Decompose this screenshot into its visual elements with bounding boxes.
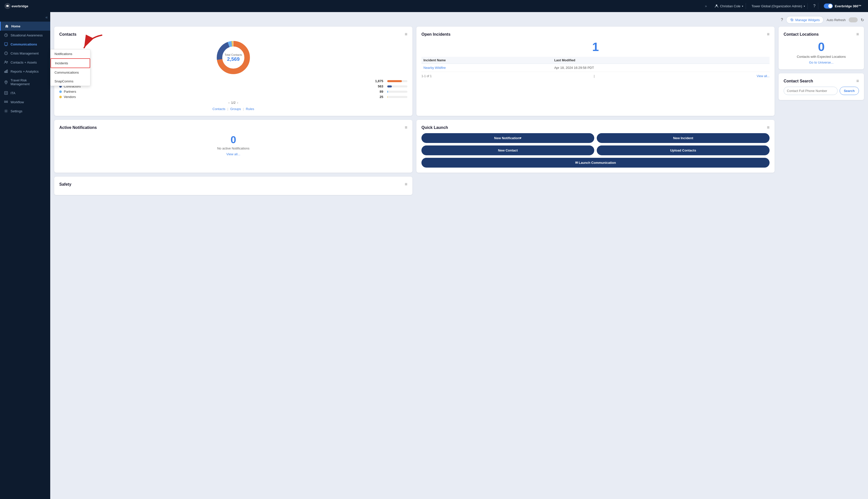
expand-nav-btn[interactable]: »: [703, 3, 709, 9]
search-menu-icon[interactable]: ≡: [856, 78, 859, 84]
quicklaunch-title: Quick Launch: [421, 125, 448, 130]
org-chevron: ▾: [804, 5, 805, 8]
svg-text:everbridge: everbridge: [12, 4, 28, 8]
new-notification-btn[interactable]: New Notification▾: [421, 133, 594, 143]
sidebar-item-contacts-assets[interactable]: Contacts + Assets: [0, 58, 50, 67]
safety-widget: Safety ≡: [54, 177, 412, 195]
submenu-notifications[interactable]: Notifications: [50, 49, 90, 58]
sidebar-item-ita[interactable]: ITA: [0, 88, 50, 97]
org-menu[interactable]: Tower Global (Organization Admin) ▾: [749, 3, 808, 9]
search-input[interactable]: [784, 87, 838, 95]
svg-point-12: [5, 111, 7, 112]
new-incident-btn[interactable]: New Incident: [597, 133, 770, 143]
legend-name-contractors: Contractors: [64, 84, 376, 88]
open-incidents-widget: Open Incidents ≡ 1 Incident Name Last Mo…: [417, 27, 774, 116]
groups-link[interactable]: Groups: [230, 107, 241, 111]
rules-link[interactable]: Rules: [246, 107, 254, 111]
next-page-btn[interactable]: ›: [237, 101, 238, 105]
legend-dot-vendors: [59, 96, 62, 98]
svg-point-10: [6, 82, 7, 82]
upload-contacts-btn[interactable]: Upload Contacts: [597, 145, 770, 155]
launch-communication-btn[interactable]: ✉ Launch Communication: [421, 158, 770, 168]
sidebar-label-communications: Communications: [11, 42, 37, 46]
main-help-icon[interactable]: ?: [781, 17, 783, 22]
widget-grid: Contacts ≡: [54, 27, 864, 195]
legend-bar-bg-employees: [387, 80, 407, 82]
donut-label: Total Contacts 2,569: [224, 53, 242, 62]
incidents-table: Incident Name Last Modified Nearby Wildf…: [421, 57, 770, 72]
svg-point-6: [7, 62, 8, 62]
user-menu[interactable]: Christian Cole ▾: [712, 3, 746, 9]
legend-name-partners: Partners: [64, 90, 378, 94]
sidebar-label-ita: ITA: [11, 91, 15, 95]
incidents-pagination: 1-1 of 1: [421, 74, 432, 78]
logo[interactable]: everbridge: [4, 2, 37, 10]
contacts-title: Contacts: [59, 32, 76, 37]
toggle-360[interactable]: Everbridge 360™: [821, 2, 864, 10]
sidebar-item-reports-analytics[interactable]: Reports + Analytics: [0, 67, 50, 76]
sidebar-label-settings: Settings: [11, 109, 22, 113]
notifications-menu-icon[interactable]: ≡: [405, 125, 407, 130]
incident-date-cell: Apr 18, 2024 16:29:58 PDT: [552, 64, 770, 72]
contacts-donut: Total Contacts 2,569: [216, 40, 251, 75]
sidebar-item-situational-awareness[interactable]: Situational Awareness: [0, 31, 50, 40]
sidebar-item-workflow[interactable]: Workflow: [0, 97, 50, 107]
contacts-donut-area: Total Contacts 2,569: [59, 40, 407, 75]
incidents-view-all[interactable]: View all...: [757, 74, 770, 78]
sidebar-label-reports: Reports + Analytics: [11, 70, 39, 73]
legend-count-contractors: 563: [378, 84, 383, 88]
page-num: 1/2: [231, 101, 236, 105]
contacts-menu-icon[interactable]: ≡: [405, 32, 407, 37]
incidents-footer: 1-1 of 1 | View all...: [421, 74, 770, 78]
sidebar-label-crisis: Crisis Management: [11, 51, 39, 55]
quicklaunch-header: Quick Launch ≡: [421, 125, 770, 130]
sidebar-item-crisis-management[interactable]: Crisis Management: [0, 49, 50, 58]
submenu-incidents[interactable]: Incidents: [50, 58, 90, 68]
sidebar-item-travel-risk[interactable]: Travel Risk Management: [0, 76, 50, 88]
contacts-pagination: ‹ 1/2 ›: [59, 101, 407, 105]
incidents-title: Open Incidents: [421, 32, 450, 37]
sidebar-item-settings[interactable]: Settings: [0, 107, 50, 115]
svg-point-14: [791, 19, 793, 21]
submenu-communications[interactable]: Communications: [50, 68, 90, 77]
locations-count: 0: [784, 40, 859, 54]
notifications-title: Active Notifications: [59, 125, 97, 130]
legend-bar-employees: [387, 80, 402, 82]
auto-refresh-toggle[interactable]: [849, 17, 858, 22]
search-title: Contact Search: [784, 79, 813, 83]
manage-widgets-label: Manage Widgets: [795, 18, 820, 22]
legend-count-partners: 89: [380, 90, 383, 94]
notifications-view-all[interactable]: View all...: [59, 152, 407, 156]
search-btn[interactable]: Search: [840, 87, 859, 95]
sidebar-item-communications[interactable]: Communications: [0, 40, 50, 49]
svg-rect-9: [7, 70, 8, 73]
incidents-menu-icon[interactable]: ≡: [767, 32, 770, 37]
app-layout: « Home Situational Awareness Communicati…: [0, 12, 868, 499]
toggle-360-switch[interactable]: [824, 3, 833, 9]
svg-point-2: [716, 4, 717, 6]
sidebar-collapse-btn[interactable]: «: [46, 15, 48, 20]
contacts-widget-header: Contacts ≡: [59, 32, 407, 37]
safety-menu-icon[interactable]: ≡: [405, 182, 407, 187]
legend-count-employees: 1,875: [375, 79, 383, 83]
legend-contractors: Contractors 563: [59, 84, 407, 88]
new-contact-btn[interactable]: New Contact: [421, 145, 594, 155]
legend-name-vendors: Vendors: [64, 95, 378, 99]
help-btn[interactable]: ?: [811, 3, 818, 9]
contacts-link[interactable]: Contacts: [212, 107, 225, 111]
sidebar-item-home[interactable]: Home: [0, 22, 50, 31]
contact-search-widget: Contact Search ≡ Search: [779, 73, 864, 100]
sidebar-label-travel: Travel Risk Management: [11, 78, 46, 86]
incident-name-cell[interactable]: Nearby Wildfire: [421, 64, 552, 72]
refresh-icon[interactable]: ↻: [861, 17, 864, 22]
legend-bar-bg-partners: [387, 91, 407, 93]
submenu-snapcomms[interactable]: SnapComms: [50, 77, 90, 86]
prev-page-btn[interactable]: ‹: [228, 101, 230, 105]
locations-menu-icon[interactable]: ≡: [856, 32, 859, 37]
manage-widgets-btn[interactable]: Manage Widgets: [786, 16, 824, 24]
sidebar-label-workflow: Workflow: [11, 100, 24, 104]
go-to-universe-link[interactable]: Go to Universe...: [784, 61, 859, 64]
quicklaunch-menu-icon[interactable]: ≡: [767, 125, 770, 130]
legend-count-vendors: 25: [380, 95, 383, 99]
quick-launch-widget: Quick Launch ≡ New Notification▾ New Inc…: [417, 120, 774, 173]
